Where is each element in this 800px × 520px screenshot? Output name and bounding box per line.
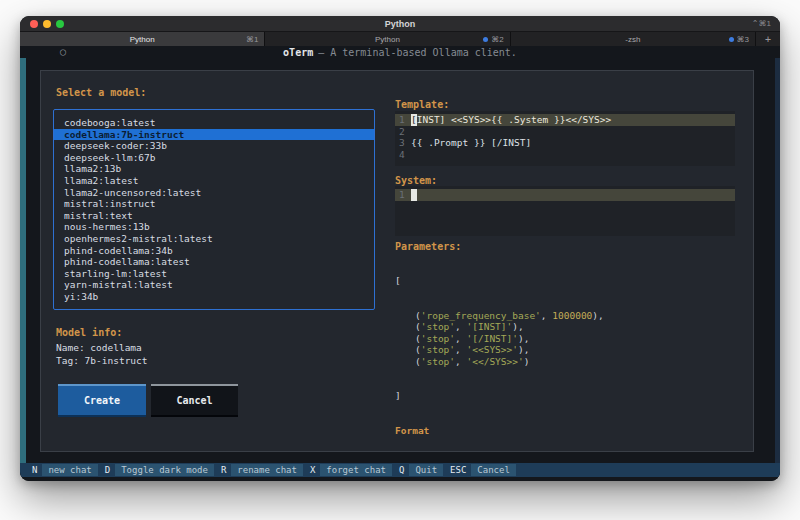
tab-bar: Python⌘1Python⌘2-zsh⌘3 + (20, 32, 780, 46)
window-title: Python (385, 19, 416, 29)
model-list-item[interactable]: llama2-uncensored:latest (54, 187, 374, 199)
editor-text: [INST] <<SYS>>{{ .System }}<</SYS>> (411, 114, 611, 126)
tab-label: Python (130, 35, 155, 44)
model-list-item[interactable]: openhermes2-mistral:latest (54, 233, 374, 245)
close-bracket: ] (395, 390, 740, 402)
tab-label: -zsh (625, 35, 640, 44)
text-cursor (411, 189, 417, 201)
model-name-line: Name: codellama (56, 342, 142, 353)
select-model-label: Select a model: (56, 87, 146, 98)
tab-label: Python (375, 35, 400, 44)
template-label: Template: (395, 99, 449, 110)
new-tab-button[interactable]: + (756, 32, 780, 46)
right-edge-strip (775, 58, 780, 463)
tab-activity-dot (483, 37, 488, 42)
cancel-button[interactable]: Cancel (151, 384, 238, 417)
terminal-tab[interactable]: -zsh⌘3 (511, 32, 756, 46)
code-token: 'stop' (421, 321, 455, 332)
tab-meta: ⌘3 (729, 35, 749, 44)
shortcut-key: ESC (450, 465, 466, 475)
shortcut-description: rename chat (231, 464, 303, 476)
model-list-item[interactable]: yi:34b (54, 291, 374, 303)
model-list-item[interactable]: nous-hermes:13b (54, 221, 374, 233)
footer-shortcut[interactable]: Rrename chat (221, 464, 303, 476)
shortcut-key: X (310, 465, 315, 475)
code-token: , (455, 321, 466, 332)
code-token: , (541, 310, 552, 321)
parameters-block: [ ('rope_frequency_base', 1000000),('sto… (395, 252, 740, 481)
shortcut-description: Toggle dark mode (115, 464, 214, 476)
code-token: 'rope_frequency_base' (421, 310, 541, 321)
editor-line[interactable]: 1[INST] <<SYS>>{{ .System }}<</SYS>> (395, 114, 735, 126)
line-number: 1 (395, 114, 406, 126)
tab-meta: ⌘1 (246, 35, 258, 44)
zoom-button[interactable] (56, 20, 64, 28)
footer-shortcut[interactable]: ESCCancel (450, 464, 516, 476)
footer-shortcut[interactable]: Xforget chat (310, 464, 392, 476)
shortcut-key: N (32, 465, 37, 475)
terminal-tab[interactable]: Python⌘2 (265, 32, 510, 46)
editor-line[interactable]: 2 (395, 126, 735, 138)
app-title: oTerm (283, 47, 313, 58)
editor-line[interactable]: 3{{ .Prompt }} [/INST] (395, 137, 735, 149)
traffic-lights (30, 20, 64, 28)
model-list-item[interactable]: starling-lm:latest (54, 268, 374, 280)
template-editor[interactable]: 1[INST] <<SYS>>{{ .System }}<</SYS>>23{{… (395, 111, 735, 166)
editor-line[interactable]: 1 (395, 189, 735, 201)
model-list-item[interactable]: phind-codellama:34b (54, 245, 374, 257)
system-editor[interactable]: 1 (395, 186, 735, 236)
model-list-item[interactable]: llama2:latest (54, 175, 374, 187)
window-shortcut-hint: ⌃⌘1 (752, 19, 771, 28)
shortcut-key: R (221, 465, 226, 475)
app-subtitle: — A terminal-based Ollama client. (318, 47, 517, 58)
model-list-item[interactable]: mistral:text (54, 210, 374, 222)
terminal-tab[interactable]: Python⌘1 (20, 32, 265, 46)
code-token: 1000000 (552, 310, 592, 321)
code-token: 'stop' (421, 356, 455, 367)
terminal-content: ○ oTerm — A terminal-based Ollama client… (20, 46, 780, 481)
line-number: 1 (395, 189, 406, 201)
line-content: INST] <<SYS>>{{ .System }}<</SYS>> (417, 114, 611, 125)
code-token: ), (518, 333, 529, 344)
code-token: 'stop' (421, 344, 455, 355)
model-listbox[interactable]: codebooga:latestcodellama:7b-instructdee… (53, 109, 375, 310)
close-button[interactable] (30, 20, 38, 28)
model-list-item[interactable]: deepseek-coder:33b (54, 140, 374, 152)
macos-titlebar[interactable]: Python ⌃⌘1 (20, 16, 780, 32)
model-list-item[interactable]: mistral:instruct (54, 198, 374, 210)
footer-shortcut[interactable]: Nnew chat (32, 464, 98, 476)
model-list-item[interactable]: codebooga:latest (54, 117, 374, 129)
format-label: Format (395, 425, 740, 437)
code-token: , (455, 344, 466, 355)
model-list-item[interactable]: codellama:7b-instruct (54, 129, 374, 141)
footer-shortcut[interactable]: QQuit (399, 464, 443, 476)
shortcut-key: D (105, 465, 110, 475)
code-token: ), (512, 321, 523, 332)
tab-activity-dot (729, 37, 734, 42)
code-token: '<<SYS>>' (467, 344, 518, 355)
footer-shortcut[interactable]: DToggle dark mode (105, 464, 214, 476)
code-token: ), (518, 344, 529, 355)
model-list-item[interactable]: llama2:13b (54, 163, 374, 175)
code-token: ) (524, 356, 530, 367)
code-token: '[INST]' (467, 321, 513, 332)
model-tag-line: Tag: 7b-instruct (56, 355, 148, 366)
line-number: 4 (395, 149, 406, 161)
model-list-item[interactable]: deepseek-llm:67b (54, 152, 374, 164)
line-content: {{ .Prompt }} [/INST] (411, 137, 531, 148)
tab-shortcut: ⌘3 (737, 35, 749, 44)
line-number: 3 (395, 137, 406, 149)
shortcut-description: Quit (409, 464, 443, 476)
model-info-label: Model info: (56, 327, 122, 338)
code-token: , (455, 356, 466, 367)
minimize-button[interactable] (43, 20, 51, 28)
parameter-line: ('stop', '[/INST]'), (395, 333, 740, 345)
app-header: ○ oTerm — A terminal-based Ollama client… (20, 46, 780, 59)
shortcut-key: Q (399, 465, 404, 475)
create-button[interactable]: Create (58, 384, 146, 417)
editor-line[interactable]: 4 (395, 149, 735, 161)
model-list-item[interactable]: yarn-mistral:latest (54, 279, 374, 291)
code-token: ), (592, 310, 603, 321)
code-token: '<</SYS>>' (467, 356, 524, 367)
model-list-item[interactable]: phind-codellama:latest (54, 256, 374, 268)
